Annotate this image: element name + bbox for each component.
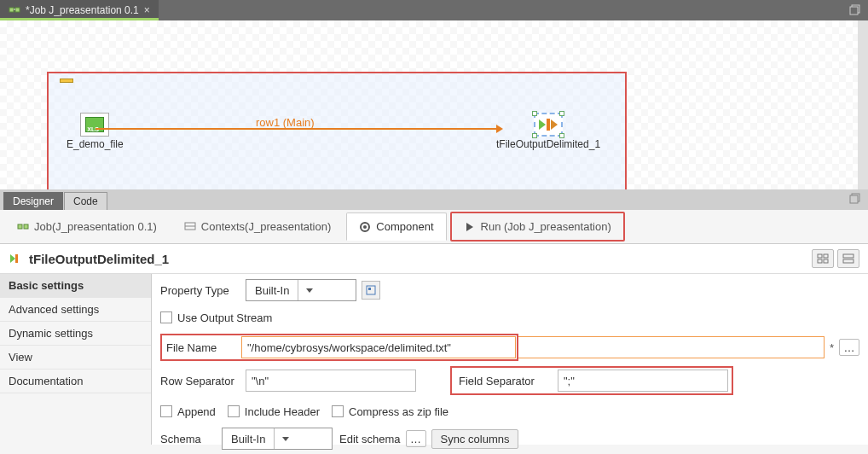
nav-advanced-settings[interactable]: Advanced settings bbox=[0, 298, 151, 322]
file-name-input-ext[interactable] bbox=[518, 336, 825, 358]
tab-code[interactable]: Code bbox=[64, 192, 107, 210]
svg-rect-7 bbox=[18, 224, 22, 229]
label-compress: Compress as zip file bbox=[349, 405, 448, 418]
svg-rect-20 bbox=[843, 254, 854, 258]
schema-value: Built-In bbox=[223, 433, 274, 445]
view-list-button[interactable] bbox=[837, 249, 859, 268]
canvas-subtabs: Designer Code bbox=[0, 189, 868, 210]
tab-title: *Job J_preasentation 0.1 bbox=[26, 4, 139, 16]
view-grid-button[interactable] bbox=[812, 249, 834, 268]
svg-rect-19 bbox=[824, 259, 828, 263]
property-type-value: Built-In bbox=[246, 284, 298, 297]
comment-block[interactable] bbox=[60, 79, 73, 83]
svg-marker-14 bbox=[10, 254, 15, 263]
svg-rect-18 bbox=[818, 259, 822, 263]
svg-rect-6 bbox=[850, 195, 858, 203]
svg-rect-0 bbox=[9, 8, 14, 12]
nav-documentation[interactable]: Documentation bbox=[0, 370, 151, 393]
svg-rect-16 bbox=[818, 254, 822, 258]
svg-marker-13 bbox=[466, 223, 473, 231]
edit-schema-button[interactable]: … bbox=[406, 430, 426, 447]
tab-contexts-label: Contexts(J_preasentation) bbox=[201, 220, 331, 233]
svg-rect-4 bbox=[850, 7, 858, 15]
nav-basic-settings[interactable]: Basic settings bbox=[0, 274, 151, 298]
restore-icon[interactable] bbox=[849, 193, 861, 205]
settings-form: Property Type Built-In Use Output Stream… bbox=[152, 274, 868, 445]
file-name-input[interactable]: "/home/cybrosys/workspace/delimited.txt" bbox=[241, 336, 516, 358]
tab-run-label: Run (Job J_preasentation) bbox=[481, 220, 611, 233]
sync-columns-button[interactable]: Sync columns bbox=[431, 429, 519, 449]
chevron-down-icon bbox=[274, 428, 296, 449]
svg-rect-8 bbox=[24, 224, 28, 229]
svg-rect-17 bbox=[824, 254, 828, 258]
repository-button[interactable] bbox=[362, 281, 380, 300]
row-sep-input[interactable]: "\n" bbox=[246, 370, 416, 392]
tab-component[interactable]: Component bbox=[346, 212, 446, 241]
svg-point-12 bbox=[363, 225, 367, 229]
editor-tab-bar: *Job J_preasentation 0.1 × bbox=[0, 0, 868, 20]
component-output-label: tFileOutputDelimited_1 bbox=[496, 138, 600, 150]
connector-label: row1 (Main) bbox=[256, 116, 315, 129]
nav-dynamic-settings[interactable]: Dynamic settings bbox=[0, 322, 151, 346]
label-property-type: Property Type bbox=[160, 284, 246, 297]
bottom-tab-bar: Job(J_preasentation 0.1) Contexts(J_prea… bbox=[0, 210, 868, 244]
label-schema: Schema bbox=[160, 433, 222, 445]
checkbox-include-header[interactable] bbox=[228, 405, 240, 417]
restore-icon[interactable] bbox=[849, 4, 861, 16]
svg-rect-15 bbox=[15, 254, 18, 263]
excel-icon bbox=[85, 117, 104, 132]
tab-job-props[interactable]: Job(J_preasentation 0.1) bbox=[5, 213, 169, 240]
component-input-label: E_demo_file bbox=[67, 138, 124, 150]
schema-combo[interactable]: Built-In bbox=[222, 428, 333, 450]
panel-header: tFileOutputDelimited_1 bbox=[0, 244, 868, 274]
checkbox-append[interactable] bbox=[160, 405, 172, 417]
field-sep-input[interactable]: ";" bbox=[558, 370, 728, 392]
close-icon[interactable]: × bbox=[144, 4, 150, 16]
label-field-sep: Field Separator bbox=[455, 375, 558, 387]
label-include-header: Include Header bbox=[245, 405, 320, 418]
nav-view[interactable]: View bbox=[0, 346, 151, 370]
label-edit-schema: Edit schema bbox=[339, 433, 401, 445]
design-canvas[interactable]: E_demo_file row1 (Main) tFileOutputDelim… bbox=[0, 20, 868, 189]
chevron-down-icon bbox=[298, 280, 320, 300]
panel-title: tFileOutputDelimited_1 bbox=[29, 252, 812, 266]
context-icon bbox=[184, 221, 196, 233]
required-asterisk: * bbox=[830, 341, 834, 354]
checkbox-output-stream[interactable] bbox=[160, 311, 172, 323]
component-input[interactable]: E_demo_file bbox=[67, 113, 124, 150]
tab-job-label: Job(J_preasentation 0.1) bbox=[34, 220, 157, 233]
tab-job[interactable]: *Job J_preasentation 0.1 × bbox=[0, 0, 159, 20]
tab-component-label: Component bbox=[376, 220, 433, 233]
gear-icon bbox=[359, 221, 371, 233]
property-type-combo[interactable]: Built-In bbox=[246, 279, 356, 301]
svg-rect-21 bbox=[843, 259, 854, 263]
tab-designer[interactable]: Designer bbox=[3, 192, 63, 210]
component-output[interactable]: tFileOutputDelimited_1 bbox=[496, 113, 600, 150]
svg-rect-1 bbox=[15, 8, 20, 12]
file-output-icon bbox=[9, 251, 24, 266]
browse-button[interactable]: … bbox=[839, 339, 859, 356]
label-output-stream: Use Output Stream bbox=[177, 311, 272, 324]
file-output-icon bbox=[539, 119, 558, 131]
settings-nav: Basic settings Advanced settings Dynamic… bbox=[0, 274, 152, 445]
checkbox-compress[interactable] bbox=[332, 405, 344, 417]
scrollbar[interactable] bbox=[858, 20, 868, 189]
label-file-name: File Name bbox=[163, 341, 241, 354]
flow-icon bbox=[17, 221, 29, 233]
tab-run[interactable]: Run (Job J_preasentation) bbox=[450, 212, 625, 242]
flow-icon bbox=[9, 4, 20, 16]
label-row-sep: Row Separator bbox=[160, 375, 246, 387]
panel-body: Basic settings Advanced settings Dynamic… bbox=[0, 274, 868, 445]
play-icon bbox=[464, 221, 476, 233]
label-append: Append bbox=[177, 405, 216, 418]
tab-contexts[interactable]: Contexts(J_preasentation) bbox=[172, 213, 343, 240]
svg-rect-23 bbox=[368, 288, 371, 290]
